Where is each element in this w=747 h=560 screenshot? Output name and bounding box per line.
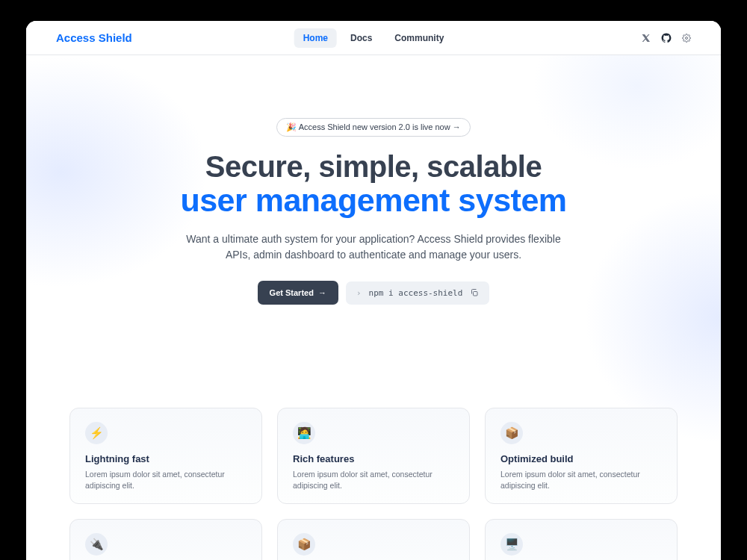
get-started-label: Get Started bbox=[270, 288, 314, 297]
sdk-icon: 📦 bbox=[293, 533, 315, 556]
hero-title-line1: Secure, simple, scalable bbox=[205, 150, 542, 183]
feature-card-error: 🖥️ Error handling bbox=[485, 519, 678, 560]
install-command[interactable]: › npm i access-shield bbox=[346, 281, 489, 305]
package-icon: 📦 bbox=[500, 422, 523, 444]
version-banner[interactable]: 🎉 Access Shield new version 2.0 is live … bbox=[276, 118, 471, 137]
feature-card-sdk: 📦 Multiple sdk's support bbox=[277, 519, 470, 560]
feature-desc: Lorem ipsum dolor sit amet, consectetur … bbox=[500, 469, 662, 491]
copy-icon[interactable] bbox=[470, 288, 479, 297]
nav-docs[interactable]: Docs bbox=[341, 28, 381, 48]
prompt-chevron-icon: › bbox=[356, 288, 362, 298]
feature-desc: Lorem ipsum dolor sit amet, consectetur … bbox=[293, 469, 454, 491]
feature-card-rich: 🧑‍💻 Rich features Lorem ipsum dolor sit … bbox=[277, 408, 470, 503]
features-grid: ⚡ Lightning fast Lorem ipsum dolor sit a… bbox=[26, 408, 721, 560]
settings-gear-icon[interactable] bbox=[682, 34, 691, 43]
feature-card-optimized: 📦 Optimized build Lorem ipsum dolor sit … bbox=[485, 408, 678, 503]
primary-nav: Home Docs Community bbox=[294, 28, 453, 48]
feature-desc: Lorem ipsum dolor sit amet, consectetur … bbox=[85, 469, 247, 491]
site-header: Access Shield Home Docs Community bbox=[26, 21, 721, 55]
feature-title: Lightning fast bbox=[85, 453, 247, 464]
svg-point-0 bbox=[686, 37, 688, 39]
developer-icon: 🧑‍💻 bbox=[293, 422, 315, 444]
hero-description: Want a ultimate auth system for your app… bbox=[179, 231, 568, 263]
feature-title: Rich features bbox=[293, 453, 454, 464]
arrow-right-icon: → bbox=[318, 288, 326, 297]
lightning-icon: ⚡ bbox=[85, 422, 108, 444]
feature-title: Optimized build bbox=[500, 453, 662, 464]
feature-card-flexible: 🔌 Flexible api bbox=[69, 519, 262, 560]
hero-title-line2: user management system bbox=[180, 183, 566, 218]
feature-card-lightning: ⚡ Lightning fast Lorem ipsum dolor sit a… bbox=[69, 408, 262, 503]
hero-actions: Get Started → › npm i access-shield bbox=[258, 281, 490, 305]
header-icon-group bbox=[642, 33, 691, 43]
svg-rect-1 bbox=[474, 292, 478, 296]
monitor-icon: 🖥️ bbox=[500, 533, 523, 556]
install-command-text: npm i access-shield bbox=[369, 288, 463, 298]
brand-logo[interactable]: Access Shield bbox=[56, 31, 132, 44]
get-started-button[interactable]: Get Started → bbox=[258, 281, 338, 305]
nav-community[interactable]: Community bbox=[385, 28, 453, 48]
nav-home[interactable]: Home bbox=[294, 28, 337, 48]
api-icon: 🔌 bbox=[85, 533, 108, 556]
github-icon[interactable] bbox=[661, 33, 672, 43]
version-banner-text: 🎉 Access Shield new version 2.0 is live … bbox=[286, 122, 461, 132]
x-social-icon[interactable] bbox=[642, 34, 651, 43]
hero-section: 🎉 Access Shield new version 2.0 is live … bbox=[26, 55, 721, 305]
